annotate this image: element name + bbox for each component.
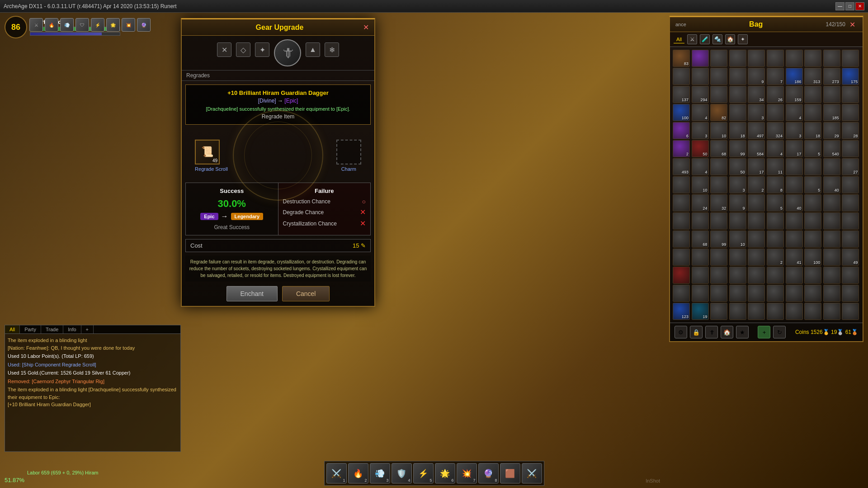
action-slot-5[interactable]: 🌟6 [435, 463, 455, 483]
bag-slot-29[interactable] [842, 86, 859, 103]
bag-slot-31[interactable]: 4 [692, 104, 709, 121]
charm-empty-box[interactable] [336, 140, 361, 164]
bag-slot-77[interactable]: 5 [804, 176, 821, 193]
bag-slot-67[interactable] [804, 158, 821, 175]
maximize-button[interactable]: □ [845, 2, 854, 10]
bag-add-slot-icon[interactable]: + [758, 326, 770, 338]
bag-slot-0[interactable]: 83 [673, 50, 690, 67]
bag-filter-misc-icon[interactable]: ✦ [738, 34, 748, 44]
bag-slot-2[interactable] [710, 50, 727, 67]
bag-slot-147[interactable] [804, 303, 821, 320]
bag-slot-96[interactable] [786, 212, 803, 230]
bag-slot-116[interactable]: 41 [786, 249, 803, 266]
upgrade-type-star-icon[interactable]: ✦ [255, 42, 269, 57]
bag-slot-53[interactable]: 99 [729, 140, 746, 157]
bag-slot-5[interactable] [767, 50, 784, 67]
bag-slot-84[interactable] [748, 194, 765, 211]
bag-slot-19[interactable]: 175 [842, 68, 859, 85]
bag-slot-122[interactable] [710, 267, 727, 284]
bag-slot-42[interactable]: 10 [710, 122, 727, 139]
bag-filter-home-icon[interactable]: 🏠 [725, 34, 735, 44]
bag-slot-26[interactable]: 159 [786, 86, 803, 103]
bag-slot-74[interactable]: 2 [748, 176, 765, 193]
bag-slot-46[interactable]: 3 [786, 122, 803, 139]
bag-slot-108[interactable] [823, 230, 840, 248]
bag-slot-76[interactable] [786, 176, 803, 193]
bag-slot-15[interactable]: 7 [767, 68, 784, 85]
bag-slot-71[interactable]: 10 [692, 176, 709, 193]
bag-slot-20[interactable]: 137 [673, 86, 690, 103]
bag-slot-140[interactable]: 123 [673, 303, 690, 320]
bag-slot-82[interactable]: 32 [710, 194, 727, 211]
bag-slot-39[interactable] [842, 104, 859, 121]
bag-slot-87[interactable] [804, 194, 821, 211]
bag-slot-106[interactable] [786, 230, 803, 248]
bag-slot-73[interactable]: 3 [729, 176, 746, 193]
skill-icon-6[interactable]: 🌟 [106, 18, 120, 32]
bag-slot-25[interactable]: 26 [767, 86, 784, 103]
bag-action-lock[interactable]: 🔒 [690, 326, 703, 338]
bag-slot-12[interactable] [710, 68, 727, 85]
bag-slot-118[interactable] [823, 249, 840, 266]
bag-slot-51[interactable]: 50 [692, 140, 709, 157]
bag-slot-89[interactable] [842, 194, 859, 211]
action-slot-3[interactable]: 🛡️4 [392, 463, 412, 483]
bag-slot-112[interactable] [710, 249, 727, 266]
bag-slot-134[interactable] [748, 285, 765, 302]
bag-slot-63[interactable]: 50 [729, 158, 746, 175]
bag-slot-93[interactable] [729, 212, 746, 230]
bag-slot-36[interactable]: 4 [786, 104, 803, 121]
bag-slot-8[interactable] [823, 50, 840, 67]
bag-slot-97[interactable] [804, 212, 821, 230]
bag-slot-1[interactable] [692, 50, 709, 67]
bag-slot-113[interactable] [729, 249, 746, 266]
chat-tab-all[interactable]: All [5, 325, 20, 333]
bag-slot-3[interactable] [729, 50, 746, 67]
bag-slot-10[interactable] [673, 68, 690, 85]
bag-slot-142[interactable] [710, 303, 727, 320]
bag-slot-13[interactable] [729, 68, 746, 85]
bag-slot-135[interactable] [767, 285, 784, 302]
bag-slot-101[interactable]: 68 [692, 230, 709, 248]
bag-filter-weapon-icon[interactable]: ⚔ [687, 34, 697, 44]
upgrade-type-snowflake-icon[interactable]: ❄ [325, 42, 339, 57]
bag-slot-107[interactable] [804, 230, 821, 248]
bag-slot-9[interactable] [842, 50, 859, 67]
bag-slot-49[interactable]: 28 [842, 122, 859, 139]
bag-slot-86[interactable]: 40 [786, 194, 803, 211]
bag-slot-14[interactable]: 9 [748, 68, 765, 85]
bag-slot-30[interactable]: 100 [673, 104, 690, 121]
bag-slot-47[interactable]: 18 [804, 122, 821, 139]
bag-action-home2[interactable]: 🏠 [721, 326, 733, 338]
bag-slot-104[interactable] [748, 230, 765, 248]
skill-icon-1[interactable]: ⚔ [29, 18, 43, 32]
bag-slot-65[interactable]: 11 [767, 158, 784, 175]
bag-slot-56[interactable]: 17 [786, 140, 803, 157]
bag-slot-62[interactable] [710, 158, 727, 175]
action-slot-0[interactable]: ⚔️1 [326, 463, 347, 483]
bag-slot-83[interactable]: 9 [729, 194, 746, 211]
bag-slot-57[interactable]: 5 [804, 140, 821, 157]
skill-icon-3[interactable]: 💨 [60, 18, 74, 32]
bag-slot-50[interactable]: 2 [673, 140, 690, 157]
bag-slot-105[interactable] [767, 230, 784, 248]
bag-filter-potion-icon[interactable]: 🧪 [700, 34, 710, 44]
bag-slot-128[interactable] [823, 267, 840, 284]
bag-slot-11[interactable] [692, 68, 709, 85]
bag-slot-125[interactable] [767, 267, 784, 284]
bag-slot-34[interactable]: 3 [748, 104, 765, 121]
bag-slot-139[interactable] [842, 285, 859, 302]
bag-slot-66[interactable] [786, 158, 803, 175]
bag-slot-81[interactable]: 24 [692, 194, 709, 211]
bag-slot-27[interactable] [804, 86, 821, 103]
bag-slot-120[interactable] [673, 267, 690, 284]
chat-tab-info[interactable]: Info [63, 325, 81, 333]
action-slot-6[interactable]: 💥7 [457, 463, 477, 483]
bag-slot-68[interactable] [823, 158, 840, 175]
bag-slot-70[interactable] [673, 176, 690, 193]
skill-icon-8[interactable]: 🔮 [137, 18, 151, 32]
bag-slot-44[interactable]: 497 [748, 122, 765, 139]
bag-slot-141[interactable]: 19 [692, 303, 709, 320]
bag-slot-28[interactable] [823, 86, 840, 103]
bag-slot-38[interactable]: 185 [823, 104, 840, 121]
